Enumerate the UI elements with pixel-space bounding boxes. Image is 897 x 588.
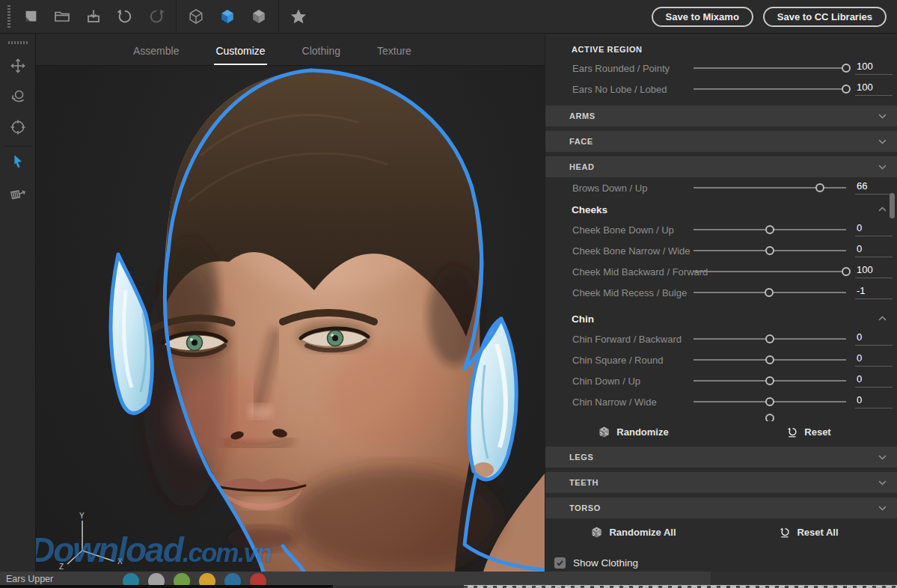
panel-spacer <box>545 303 897 309</box>
camera-preview-tool-icon[interactable] <box>8 184 28 203</box>
pan-tool-icon[interactable] <box>8 56 28 76</box>
slider-track[interactable] <box>694 229 846 230</box>
checkbox-box[interactable] <box>554 557 566 569</box>
slider-track[interactable] <box>694 67 846 69</box>
chevron-down-icon <box>877 162 888 173</box>
slider-value-input[interactable]: 0 <box>855 242 893 257</box>
open-folder-icon[interactable] <box>53 7 71 25</box>
panel-scrollbar-thumb[interactable] <box>890 193 895 218</box>
toolbar-gripper-icon[interactable] <box>7 5 10 28</box>
orbit-tool-icon[interactable] <box>8 87 28 106</box>
slider-track[interactable] <box>694 380 846 382</box>
new-document-icon[interactable] <box>22 7 40 25</box>
subsection-header-chin[interactable]: Chin <box>545 309 897 328</box>
slider-track[interactable] <box>694 250 846 251</box>
slider-knob[interactable] <box>765 397 774 406</box>
section-bar-label: TORSO <box>569 503 601 512</box>
slider-label: Ears Rounded / Pointy <box>572 63 670 74</box>
slider-row: Cheek Bone Narrow / Wide0 <box>545 240 897 261</box>
slider-label: Cheek Mid Recess / Bulge <box>572 287 687 298</box>
slider-knob[interactable] <box>842 267 851 276</box>
watermark-main: Download <box>36 530 183 569</box>
panel-actions-row: RandomizeReset <box>545 421 897 442</box>
tab-customize[interactable]: Customize <box>214 45 266 65</box>
save-to-cc-libraries-button[interactable]: Save to CC Libraries <box>763 7 887 27</box>
section-bar-label: HEAD <box>569 162 595 171</box>
favorites-star-icon[interactable] <box>290 7 307 25</box>
watermark: Download.com.vn <box>36 530 271 570</box>
slider-value-input[interactable]: -1 <box>855 284 893 299</box>
slider-track[interactable] <box>694 401 846 402</box>
cube-filled-active-icon[interactable] <box>218 7 236 25</box>
subsection-header-cheeks[interactable]: Cheeks <box>545 200 897 219</box>
checkbox-label: Show Clothing <box>573 557 638 569</box>
reset-icon <box>787 426 798 438</box>
slider-label: Cheek Bone Narrow / Wide <box>572 245 691 257</box>
slider-track[interactable] <box>694 271 846 272</box>
cube-outline-icon[interactable] <box>187 7 205 25</box>
select-tool-icon[interactable] <box>8 152 28 171</box>
slider-label: Cheek Mid Backward / Forward <box>572 266 708 278</box>
slider-knob[interactable] <box>765 414 774 421</box>
slider-value-input[interactable]: 0 <box>855 331 893 346</box>
dice-icon <box>598 426 610 438</box>
slider-knob[interactable] <box>765 334 774 343</box>
randomize-button[interactable]: Randomize All <box>545 526 721 539</box>
section-bar-teeth[interactable]: TEETH <box>545 472 897 493</box>
slider-knob[interactable] <box>842 85 851 94</box>
section-bar-label: LEGS <box>569 453 593 462</box>
dice-icon <box>590 526 603 539</box>
viewport-3d[interactable]: Y X Z Download.com.vn <box>36 66 545 572</box>
show-clothing-checkbox[interactable]: Show Clothing <box>545 554 897 571</box>
slider-value-input[interactable]: 0 <box>855 221 893 236</box>
slider-knob[interactable] <box>815 183 824 192</box>
slider-value-input[interactable]: 66 <box>855 180 893 195</box>
slider-track[interactable] <box>694 187 846 189</box>
redo-icon[interactable] <box>147 7 165 25</box>
slider-value-input[interactable]: 100 <box>855 60 893 75</box>
panel-spacer <box>545 99 897 105</box>
slider-knob[interactable] <box>842 64 851 73</box>
slider-label: Ears No Lobe / Lobed <box>572 84 667 95</box>
slider-knob[interactable] <box>765 376 774 385</box>
section-bar-torso[interactable]: TORSO <box>545 497 897 518</box>
slider-row: Chin Down / Up0 <box>545 370 897 391</box>
slider-track[interactable] <box>694 359 846 361</box>
slider-row: Cheek Bone Down / Up0 <box>545 219 897 240</box>
sidebar-gripper-icon[interactable] <box>8 41 28 44</box>
section-bar-head[interactable]: HEAD <box>545 156 897 177</box>
slider-label: Brows Down / Up <box>572 183 647 194</box>
slider-value-input[interactable]: 100 <box>855 263 893 278</box>
zoom-target-tool-icon[interactable] <box>8 117 28 137</box>
cube-filled-icon[interactable] <box>250 7 268 25</box>
toolbar-save-group: Save to Mixamo Save to CC Libraries <box>652 7 897 27</box>
slider-value-input[interactable]: 100 <box>855 81 893 96</box>
slider-knob[interactable] <box>765 225 774 234</box>
tab-texture[interactable]: Texture <box>376 45 413 65</box>
reset-button[interactable]: Reset <box>721 426 897 438</box>
slider-row: Chin Square / Round0 <box>545 349 897 370</box>
slider-knob[interactable] <box>765 355 774 364</box>
reset-button[interactable]: Reset All <box>721 527 897 538</box>
randomize-button[interactable]: Randomize <box>545 426 721 438</box>
undo-icon[interactable] <box>116 7 134 25</box>
tab-clothing[interactable]: Clothing <box>301 45 342 65</box>
slider-value-input[interactable]: 0 <box>855 373 893 388</box>
slider-track[interactable] <box>694 88 846 90</box>
subsection-label: Cheeks <box>572 204 607 215</box>
slider-value-input[interactable]: 0 <box>855 352 893 367</box>
slider-track[interactable] <box>694 338 846 340</box>
section-bar-legs[interactable]: LEGS <box>545 447 897 468</box>
slider-value-input[interactable]: 0 <box>855 393 893 408</box>
slider-row: Brows Down / Up66 <box>545 177 897 198</box>
randomize-label: Randomize All <box>609 527 676 538</box>
section-bar-face[interactable]: FACE <box>545 131 897 152</box>
import-asset-icon[interactable] <box>85 7 102 25</box>
slider-knob[interactable] <box>765 246 774 255</box>
section-bar-arms[interactable]: ARMS <box>545 105 897 126</box>
save-to-mixamo-button[interactable]: Save to Mixamo <box>652 7 753 27</box>
slider-knob[interactable] <box>765 288 774 297</box>
section-bar-label: TEETH <box>569 478 598 487</box>
slider-track[interactable] <box>694 292 846 293</box>
tab-assemble[interactable]: Assemble <box>132 45 180 65</box>
